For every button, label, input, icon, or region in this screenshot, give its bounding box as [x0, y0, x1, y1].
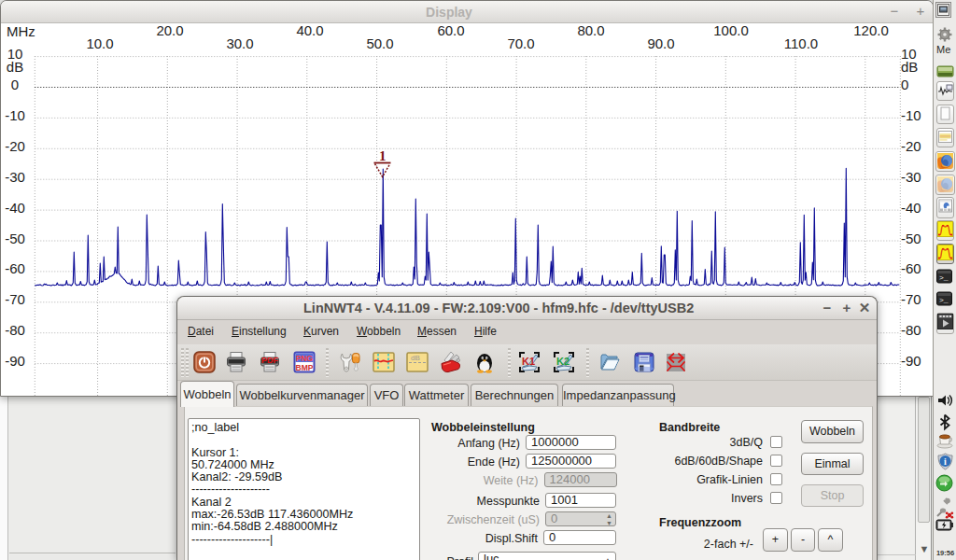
svg-text:PNG: PNG — [296, 354, 314, 363]
svg-text:PDF: PDF — [261, 356, 279, 365]
svg-text:K2: K2 — [556, 356, 569, 367]
svg-text:1: 1 — [379, 148, 387, 163]
svg-text:BMP: BMP — [296, 363, 314, 372]
svg-text:dB: dB — [411, 354, 420, 362]
svg-text:K1: K1 — [522, 356, 535, 367]
svg-text:>_: >_ — [939, 296, 949, 304]
svg-text:>_: >_ — [939, 273, 949, 282]
svg-text:i: i — [944, 456, 947, 467]
